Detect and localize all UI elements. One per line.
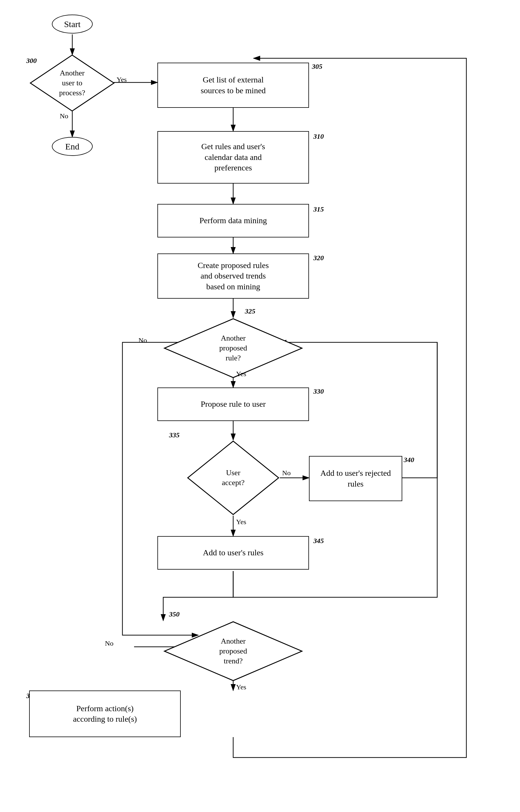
- label-320: 320: [313, 254, 324, 262]
- label-345: 345: [313, 537, 324, 545]
- no-label-325: No: [138, 336, 147, 344]
- start-oval: Start: [52, 15, 93, 33]
- end-oval: End: [52, 137, 93, 156]
- label-335: 335: [169, 431, 180, 439]
- no-label-350: No: [105, 640, 113, 647]
- box-305: Get list of external sources to be mined: [157, 63, 309, 108]
- no-label-300: No: [60, 112, 68, 120]
- yes-label-350: Yes: [236, 683, 246, 691]
- box-310: Get rules and user's calendar data and p…: [157, 131, 309, 184]
- yes-label-300: Yes: [116, 76, 127, 84]
- diamond-300-text: Another user to process?: [59, 68, 85, 98]
- label-330: 330: [313, 387, 324, 395]
- yes-label-335: Yes: [236, 518, 246, 526]
- end-label: End: [65, 142, 79, 152]
- diamond-325: Another proposed rule?: [163, 318, 303, 379]
- diamond-350-text: Another proposed trend?: [219, 636, 247, 666]
- box-320: Create proposed rules and observed trend…: [157, 253, 309, 299]
- box-330: Propose rule to user: [157, 387, 309, 421]
- no-label-335: No: [282, 469, 291, 477]
- box-315: Perform data mining: [157, 204, 309, 238]
- label-340: 340: [404, 456, 414, 464]
- start-label: Start: [64, 19, 81, 29]
- yes-label-325: Yes: [236, 370, 246, 378]
- diamond-300: Another user to process?: [29, 54, 115, 112]
- diamond-335: User accept?: [186, 440, 280, 516]
- label-325: 325: [245, 307, 255, 315]
- label-310: 310: [313, 133, 324, 140]
- box-355: Perform action(s) according to rule(s): [29, 691, 181, 737]
- diamond-325-text: Another proposed rule?: [219, 333, 247, 363]
- box-340: Add to user's rejected rules: [309, 456, 402, 501]
- diagram-container: Start 300 Another user to process? Yes N…: [0, 0, 520, 812]
- label-350: 350: [169, 611, 180, 618]
- box-345: Add to user's rules: [157, 536, 309, 570]
- diamond-335-text: User accept?: [222, 468, 244, 488]
- label-305: 305: [312, 63, 322, 71]
- diamond-350: Another proposed trend?: [163, 621, 303, 682]
- label-315: 315: [313, 206, 324, 213]
